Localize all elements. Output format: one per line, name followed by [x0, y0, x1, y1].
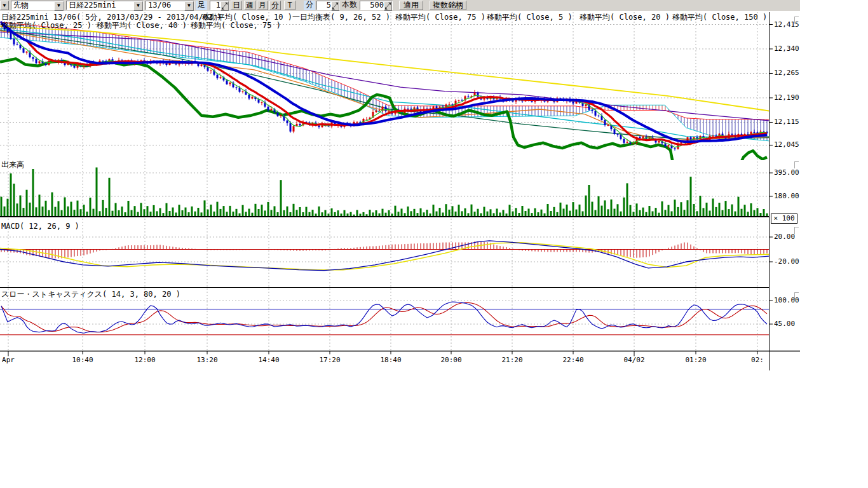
- price-pane[interactable]: [0, 21, 769, 173]
- sma-9: [1, 23, 767, 145]
- chart-application-window: ▼ 先物 ▼ 日経225mini ▼ 13/06 ▼ 足 1 日 週 月 分 T…: [0, 0, 868, 488]
- chart-area[interactable]: [0, 0, 868, 488]
- senkou-span-b: [0, 37, 769, 141]
- stoch-pane[interactable]: [0, 302, 769, 335]
- axes: [0, 12, 800, 370]
- ma-line-purple: [0, 32, 769, 121]
- macd-line: [0, 241, 769, 271]
- sma-22: [1, 23, 767, 142]
- ma-line-orange: [0, 30, 769, 140]
- stoch-d-line: [1, 302, 767, 332]
- macd-pane[interactable]: [0, 241, 769, 271]
- volume-pane[interactable]: [1, 168, 768, 217]
